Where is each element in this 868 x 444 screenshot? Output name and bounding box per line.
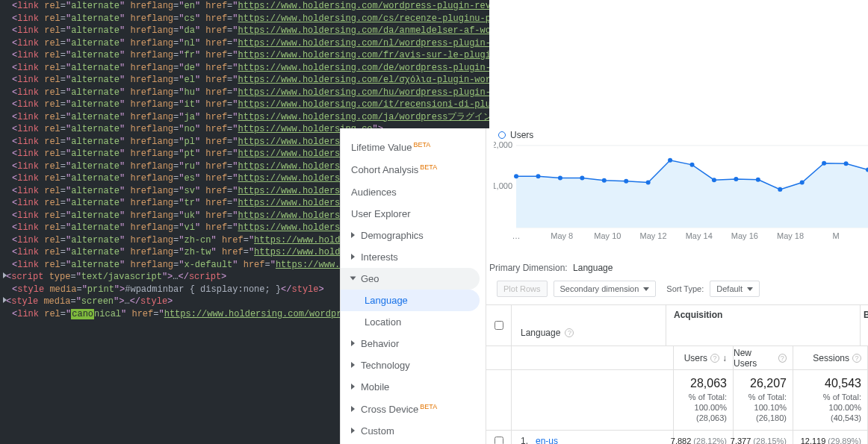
table-subheader: Users?↓ New Users? Sessions? bbox=[486, 346, 868, 370]
chevron-right-icon bbox=[351, 340, 355, 346]
sort-type-button[interactable]: Default bbox=[710, 281, 760, 297]
help-icon[interactable]: ? bbox=[565, 328, 574, 337]
users-line-chart: 1,0002,000…May 8May 10May 12May 14May 16… bbox=[494, 142, 868, 243]
col-group-acquisition: Acquisition bbox=[666, 305, 861, 345]
svg-point-19 bbox=[624, 179, 628, 184]
language-table: Language? Acquisition B Users?↓ New User… bbox=[486, 304, 868, 444]
svg-point-24 bbox=[734, 177, 738, 181]
col-new-users[interactable]: New Users? bbox=[734, 346, 793, 369]
svg-text:May 8: May 8 bbox=[551, 231, 573, 240]
svg-text:May 18: May 18 bbox=[777, 231, 804, 240]
svg-point-28 bbox=[822, 161, 826, 166]
svg-text:2,000: 2,000 bbox=[494, 142, 512, 149]
help-icon[interactable]: ? bbox=[710, 354, 719, 363]
nav-geo-language[interactable]: Language bbox=[341, 290, 480, 311]
total-sessions: 40,543% of Total: 100.00% (40,543) bbox=[793, 370, 868, 430]
table-row[interactable]: 1.en-us 7,882(28.12%) 7,377(28.15%) 12,1… bbox=[486, 431, 868, 444]
svg-point-15 bbox=[536, 174, 540, 178]
expand-triangle-icon[interactable] bbox=[3, 272, 7, 278]
svg-text:1,000: 1,000 bbox=[494, 181, 512, 190]
code-line: <link rel="alternate" hreflang="en" href… bbox=[3, 0, 489, 13]
nav-demographics[interactable]: Demographics bbox=[341, 225, 486, 246]
svg-point-14 bbox=[514, 174, 518, 178]
chevron-right-icon bbox=[351, 384, 355, 390]
chevron-right-icon bbox=[351, 362, 355, 368]
help-icon[interactable]: ? bbox=[778, 354, 787, 363]
nav-lifetime-value[interactable]: Lifetime ValueBETA bbox=[341, 136, 486, 158]
help-icon[interactable]: ? bbox=[852, 354, 861, 363]
nav-technology[interactable]: Technology bbox=[341, 354, 486, 376]
col-language[interactable]: Language? bbox=[512, 305, 666, 345]
table-header-row: Language? Acquisition B bbox=[486, 305, 868, 346]
nav-user-explorer[interactable]: User Explorer bbox=[341, 203, 486, 225]
svg-text:May 12: May 12 bbox=[639, 231, 666, 240]
chevron-right-icon bbox=[351, 254, 355, 260]
col-group-behavior-trunc: B bbox=[861, 305, 868, 345]
svg-point-25 bbox=[756, 178, 760, 182]
svg-point-16 bbox=[558, 175, 562, 180]
table-controls: Plot Rows Secondary dimension Sort Type:… bbox=[497, 281, 760, 297]
total-new-users: 26,207% of Total: 100.10% (26,180) bbox=[734, 370, 793, 430]
svg-point-20 bbox=[646, 181, 651, 185]
row-checkbox[interactable] bbox=[495, 437, 503, 444]
nav-interests[interactable]: Interests bbox=[341, 246, 486, 268]
svg-text:May 14: May 14 bbox=[686, 231, 713, 240]
code-line: <link rel="alternate" hreflang="de" href… bbox=[3, 62, 489, 75]
code-line: <link rel="alternate" hreflang="cs" href… bbox=[3, 13, 489, 25]
chevron-right-icon bbox=[351, 406, 355, 412]
nav-behavior[interactable]: Behavior bbox=[341, 333, 486, 354]
svg-text:…: … bbox=[512, 231, 521, 240]
code-line: <link rel="alternate" hreflang="da" href… bbox=[3, 25, 489, 37]
code-line: <link rel="alternate" hreflang="it" href… bbox=[3, 99, 489, 111]
chevron-down-icon bbox=[350, 277, 356, 281]
svg-point-27 bbox=[800, 181, 805, 185]
nav-mobile[interactable]: Mobile bbox=[341, 376, 486, 398]
total-users: 28,063% of Total: 100.00% (28,063) bbox=[674, 370, 734, 430]
svg-point-29 bbox=[844, 161, 849, 166]
caret-down-icon bbox=[747, 287, 753, 291]
code-line: <link rel="alternate" hreflang="hu" href… bbox=[3, 87, 489, 99]
code-line: <link rel="alternate" hreflang="nl" href… bbox=[3, 37, 489, 50]
table-totals-row: 28,063% of Total: 100.00% (28,063) 26,20… bbox=[486, 370, 868, 431]
caret-down-icon bbox=[643, 287, 649, 291]
legend-label: Users bbox=[510, 130, 533, 140]
plot-rows-button[interactable]: Plot Rows bbox=[497, 281, 548, 297]
svg-text:May 10: May 10 bbox=[594, 231, 621, 240]
chart-legend: Users bbox=[498, 130, 533, 140]
svg-text:May 16: May 16 bbox=[731, 231, 758, 240]
nav-geo-location[interactable]: Location bbox=[341, 311, 486, 333]
chevron-right-icon bbox=[351, 232, 355, 238]
analytics-panel: Lifetime ValueBETA Cohort AnalysisBETA A… bbox=[340, 128, 868, 444]
chevron-right-icon bbox=[351, 428, 355, 434]
reports-sidenav: Lifetime ValueBETA Cohort AnalysisBETA A… bbox=[341, 128, 486, 444]
svg-point-21 bbox=[668, 158, 672, 163]
svg-point-26 bbox=[778, 187, 782, 192]
svg-point-17 bbox=[580, 175, 584, 180]
code-line: <link rel="alternate" hreflang="fr" href… bbox=[3, 49, 489, 62]
nav-geo[interactable]: Geo bbox=[341, 268, 480, 290]
col-sessions[interactable]: Sessions? bbox=[793, 346, 868, 369]
expand-triangle-icon[interactable] bbox=[3, 297, 7, 303]
row-language-link[interactable]: en-us bbox=[536, 436, 558, 444]
code-line: <link rel="alternate" hreflang="el" href… bbox=[3, 74, 489, 87]
nav-cross-device[interactable]: Cross DeviceBETA bbox=[341, 398, 486, 420]
legend-dot-icon bbox=[498, 131, 506, 139]
col-users[interactable]: Users?↓ bbox=[674, 346, 734, 369]
sort-type-label: Sort Type: bbox=[666, 284, 704, 293]
nav-cohort-analysis[interactable]: Cohort AnalysisBETA bbox=[341, 158, 486, 181]
primary-dimension-value[interactable]: Language bbox=[573, 263, 613, 273]
primary-dimension: Primary Dimension: Language bbox=[489, 263, 613, 273]
select-all-checkbox[interactable] bbox=[495, 321, 503, 330]
code-line: <link rel="alternate" hreflang="ja" href… bbox=[3, 111, 489, 124]
sort-desc-icon: ↓ bbox=[722, 353, 727, 363]
svg-text:M: M bbox=[833, 231, 840, 240]
secondary-dimension-button[interactable]: Secondary dimension bbox=[554, 281, 657, 297]
report-main: Users 1,0002,000…May 8May 10May 12May 14… bbox=[486, 128, 868, 444]
svg-point-22 bbox=[690, 163, 695, 167]
nav-custom[interactable]: Custom bbox=[341, 420, 486, 442]
svg-point-23 bbox=[712, 178, 716, 182]
svg-point-18 bbox=[602, 178, 607, 183]
nav-audiences[interactable]: Audiences bbox=[341, 181, 486, 203]
